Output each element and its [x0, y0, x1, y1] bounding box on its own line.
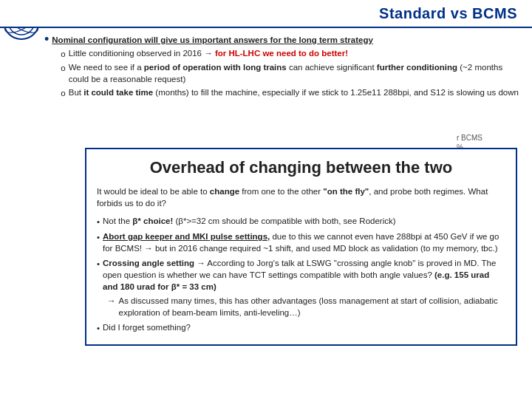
- sub-text-1c: But it could take time (months) to fill …: [69, 86, 519, 98]
- sub-bullet-1c: o But it could take time (months) to fil…: [61, 86, 525, 99]
- bullet-1-content: Nominal configuration will give us impor…: [52, 34, 525, 99]
- slide-title: Standard vs BCMS: [379, 5, 517, 22]
- overlay-bullet-1-text: Not the β* choice! (β*>=32 cm should be …: [103, 215, 396, 227]
- bullet-1-label: Nominal configuration will give us impor…: [52, 35, 373, 44]
- overlay-bullet-2-text: Abort gap keeper and MKI pulse settings,…: [103, 231, 505, 254]
- main-content: • Nominal configuration will give us imp…: [44, 30, 525, 392]
- sub-bullet-1a: o Little conditioning observed in 2016 →…: [61, 47, 525, 60]
- slide-header: Standard vs BCMS: [0, 0, 532, 28]
- sub-bullet-1b: o We need to see if a period of operatio…: [61, 61, 525, 85]
- bullet-dot-1: •: [44, 33, 49, 46]
- overlay-title: Overhead of changing between the two: [97, 157, 505, 180]
- sub-text-1b: We need to see if a period of operation …: [69, 61, 525, 85]
- slide: CERN Standard vs BCMS • Nominal configur…: [0, 0, 532, 399]
- sub-dot-1c: o: [61, 87, 65, 99]
- overlay-intro: It would be ideal to be able to change f…: [97, 185, 505, 209]
- sub-sub-bullet-3a: → As discussed many times, this has othe…: [107, 295, 505, 318]
- sub-text-1a: Little conditioning observed in 2016 → f…: [69, 47, 348, 59]
- bullet-1: • Nominal configuration will give us imp…: [44, 34, 525, 99]
- overlay-bullet-4-text: Did I forget something?: [103, 321, 191, 333]
- sub-dot-1a: o: [61, 48, 65, 60]
- sub-dot-1b: o: [61, 62, 65, 74]
- overlay-box: Overhead of changing between the two It …: [85, 148, 517, 346]
- overlay-bullet-3-text: Crossing angle setting → According to Jo…: [103, 257, 505, 293]
- overlay-bullet-1: • Not the β* choice! (β*>=32 cm should b…: [97, 215, 505, 228]
- sub-sub-text-3a: As discussed many times, this has other …: [119, 295, 506, 318]
- overlay-bullet-3: • Crossing angle setting → According to …: [97, 257, 505, 293]
- overlay-bullet-2: • Abort gap keeper and MKI pulse setting…: [97, 231, 505, 254]
- overlay-bullet-4: • Did I forget something?: [97, 321, 505, 334]
